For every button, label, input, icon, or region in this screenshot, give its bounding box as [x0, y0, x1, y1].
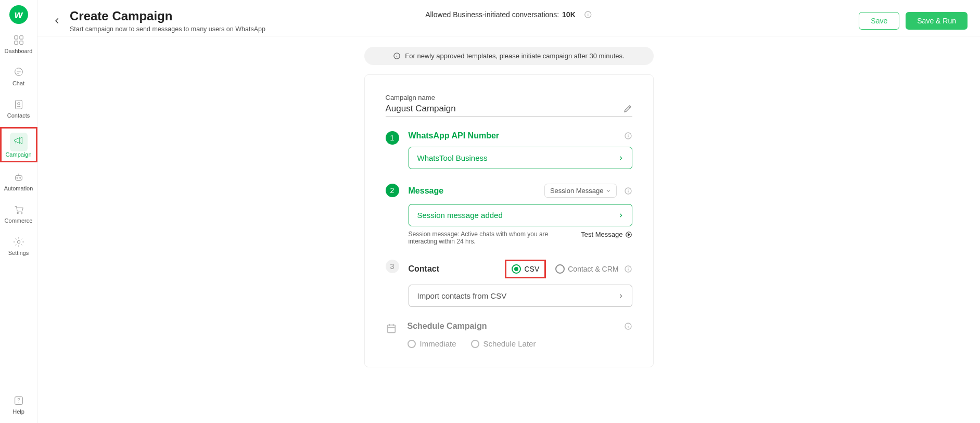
step-number: 3 [386, 260, 399, 273]
api-number-value: WhatsTool Business [417, 153, 488, 162]
save-and-run-button[interactable]: Save & Run [906, 12, 968, 30]
step-title: Contact [409, 264, 505, 274]
svg-point-12 [17, 240, 20, 243]
megaphone-icon [13, 135, 24, 146]
step-schedule: Schedule Campaign Immediate Schedule Lat… [386, 322, 632, 348]
info-icon[interactable] [624, 187, 632, 195]
sidebar-item-campaign[interactable]: Campaign [0, 127, 37, 162]
allowed-value: 10K [562, 10, 576, 19]
radio-label: Immediate [420, 339, 456, 348]
info-icon [393, 52, 401, 60]
step-message: 2 Message Session Message Session messag… [386, 184, 632, 245]
svg-rect-0 [14, 36, 17, 39]
svg-point-6 [17, 102, 20, 105]
info-icon[interactable] [584, 10, 592, 19]
sidebar-item-contacts[interactable]: Contacts [0, 95, 37, 122]
message-value: Session message added [417, 211, 503, 220]
sidebar: w Dashboard Chat Contacts Campaign Autom… [0, 0, 37, 423]
play-icon [625, 231, 632, 238]
sidebar-item-label: Help [12, 408, 24, 415]
message-selector[interactable]: Session message added [409, 204, 632, 226]
app-logo: w [9, 5, 28, 24]
main-content: For newly approved templates, please ini… [37, 36, 980, 423]
automation-icon [13, 172, 24, 183]
sidebar-item-label: Contacts [7, 112, 30, 119]
chevron-right-icon [618, 155, 623, 162]
page-title: Create Campaign [70, 9, 265, 23]
svg-point-8 [17, 177, 18, 178]
sidebar-item-label: Settings [8, 250, 29, 256]
info-icon[interactable] [624, 322, 632, 330]
campaign-form: Campaign name August Campaign 1 WhatsApp… [364, 74, 654, 367]
message-type-selector[interactable]: Session Message [544, 184, 617, 198]
chevron-right-icon [618, 212, 623, 219]
step-title: Schedule Campaign [408, 322, 619, 331]
radio-label: CSV [524, 265, 539, 273]
chat-icon [13, 67, 24, 78]
csv-highlight: CSV [505, 260, 546, 278]
sidebar-item-dashboard[interactable]: Dashboard [0, 30, 37, 57]
campaign-name-label: Campaign name [386, 94, 632, 101]
schedule-radio-immediate[interactable]: Immediate [408, 339, 456, 348]
contacts-icon [13, 99, 24, 110]
test-message-button[interactable]: Test Message [581, 230, 632, 238]
notice-text: For newly approved templates, please ini… [405, 52, 624, 60]
radio-icon [408, 340, 416, 348]
import-csv-button[interactable]: Import contacts from CSV [409, 285, 632, 307]
step-number: 1 [386, 131, 399, 145]
svg-rect-7 [15, 175, 22, 180]
info-notice: For newly approved templates, please ini… [364, 47, 654, 65]
info-icon[interactable] [624, 132, 632, 140]
svg-point-11 [21, 212, 22, 214]
svg-point-9 [19, 177, 20, 178]
sidebar-item-label: Commerce [5, 217, 33, 224]
edit-icon[interactable] [623, 104, 632, 113]
page-subtitle: Start campaign now to send messages to m… [70, 25, 265, 33]
info-icon[interactable] [624, 265, 632, 273]
sidebar-item-label: Chat [12, 80, 24, 86]
svg-rect-20 [387, 325, 395, 333]
chevron-down-icon [606, 189, 611, 193]
radio-label: Contact & CRM [568, 265, 618, 273]
radio-icon [555, 264, 565, 274]
save-button[interactable]: Save [859, 12, 899, 30]
api-number-selector[interactable]: WhatsTool Business [409, 147, 632, 169]
step-number: 2 [386, 184, 399, 197]
sidebar-item-settings[interactable]: Settings [0, 232, 37, 259]
svg-rect-3 [19, 41, 22, 44]
page-header: Create Campaign Start campaign now to se… [37, 0, 980, 36]
help-icon [13, 395, 24, 406]
calendar-icon [386, 323, 397, 334]
import-csv-label: Import contacts from CSV [417, 291, 507, 300]
step-contact: 3 Contact CSV Contact & CRM [386, 260, 632, 307]
sidebar-item-label: Campaign [5, 151, 31, 158]
step-title: WhatsApp API Number [409, 131, 619, 140]
gear-icon [13, 236, 24, 248]
svg-rect-1 [19, 36, 22, 39]
sidebar-item-commerce[interactable]: Commerce [0, 200, 37, 227]
svg-point-10 [17, 212, 18, 214]
chevron-right-icon [618, 292, 623, 300]
message-type-value: Session Message [550, 187, 604, 195]
sidebar-item-label: Dashboard [5, 48, 33, 54]
cart-icon [13, 204, 24, 215]
contact-radio-crm[interactable]: Contact & CRM [555, 264, 618, 274]
schedule-radio-later[interactable]: Schedule Later [471, 339, 536, 348]
contact-radio-csv[interactable]: CSV [512, 264, 539, 274]
session-note: Session message: Active chats with whom … [409, 230, 581, 245]
radio-icon [512, 264, 521, 274]
svg-rect-2 [14, 41, 17, 44]
sidebar-item-label: Automation [4, 185, 33, 191]
campaign-name-value[interactable]: August Campaign [386, 104, 623, 114]
chevron-left-icon [54, 17, 61, 24]
dashboard-icon [13, 34, 24, 46]
step-title: Message [409, 186, 544, 196]
radio-icon [471, 340, 479, 348]
sidebar-item-chat[interactable]: Chat [0, 62, 37, 89]
step-api-number: 1 WhatsApp API Number WhatsTool Business [386, 131, 632, 169]
allowed-conversations: Allowed Business-initiated conversations… [425, 10, 592, 19]
radio-label: Schedule Later [483, 339, 536, 348]
back-button[interactable] [50, 14, 65, 28]
sidebar-item-automation[interactable]: Automation [0, 168, 37, 195]
sidebar-item-help[interactable]: Help [0, 391, 37, 418]
